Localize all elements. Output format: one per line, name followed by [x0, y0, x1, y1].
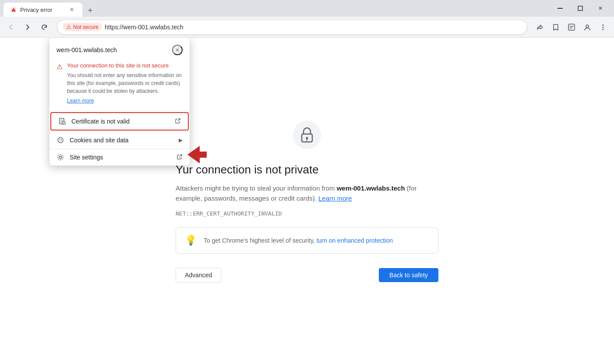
- popup-divider-1: [49, 111, 190, 111]
- popup-menu-site-settings[interactable]: Site settings: [49, 149, 190, 166]
- cookies-menu-label: Cookies and site data: [70, 137, 129, 144]
- certificate-menu-label: Certificate is not valid: [71, 118, 130, 125]
- close-button[interactable]: ✕: [590, 1, 610, 15]
- svg-rect-2: [558, 8, 563, 9]
- bookmark-button[interactable]: [548, 20, 563, 35]
- cookies-submenu-arrow-icon: ▶: [179, 137, 183, 143]
- active-tab[interactable]: ! Privacy error ✕: [4, 3, 82, 17]
- maximize-button[interactable]: [570, 1, 590, 15]
- tab-search-button[interactable]: [564, 20, 579, 35]
- address-bar[interactable]: ⚠ Not secure https://wem-001.wwlabs.tech: [57, 20, 527, 35]
- popup-panel: wem-001.wwlabs.tech × ⚠ Your connection …: [49, 38, 190, 166]
- popup-menu-settings-left: Site settings: [56, 153, 103, 161]
- security-tip-box: 💡 To get Chrome's highest level of secur…: [176, 227, 438, 254]
- new-tab-button[interactable]: +: [84, 4, 96, 17]
- certificate-icon: [58, 117, 66, 125]
- popup-warning-section: ⚠ Your connection to this site is not se…: [49, 59, 190, 111]
- enhanced-protection-link[interactable]: turn on enhanced protection: [317, 237, 393, 244]
- tab-favicon-icon: !: [11, 7, 17, 13]
- popup-site-title: wem-001.wwlabs.tech: [56, 46, 117, 53]
- popup-warning-icon: ⚠: [56, 63, 63, 71]
- lightbulb-icon: 💡: [185, 235, 197, 246]
- not-secure-badge[interactable]: ⚠ Not secure: [63, 23, 102, 31]
- settings-icon: [56, 153, 64, 161]
- svg-point-18: [59, 141, 59, 141]
- svg-point-20: [60, 156, 62, 159]
- minimize-button[interactable]: [550, 1, 570, 15]
- tab-title: Privacy error: [20, 7, 65, 13]
- popup-warn-title: Your connection to this site is not secu…: [67, 62, 183, 69]
- svg-rect-4: [568, 24, 575, 30]
- error-desc-prefix: Attackers might be trying to steal your …: [176, 184, 337, 192]
- popup-warn-content: Your connection to this site is not secu…: [67, 62, 183, 104]
- svg-point-19: [61, 141, 62, 141]
- svg-text:!: !: [13, 9, 14, 12]
- error-icon-area: [291, 119, 323, 152]
- content-area: Yur connection is not private Attackers …: [0, 38, 614, 364]
- more-menu-button[interactable]: [596, 20, 610, 35]
- svg-point-8: [603, 28, 604, 30]
- svg-point-6: [603, 24, 604, 25]
- address-bar-wrapper: ⚠ Not secure https://wem-001.wwlabs.tech: [57, 20, 527, 35]
- popup-header: wem-001.wwlabs.tech ×: [49, 38, 190, 59]
- error-learn-more-link[interactable]: Learn more: [318, 194, 352, 202]
- reload-button[interactable]: [37, 20, 52, 35]
- svg-point-5: [586, 25, 589, 28]
- forward-button[interactable]: [20, 20, 35, 35]
- popup-learn-more-link[interactable]: Learn more: [67, 98, 183, 104]
- popup-menu-certificate[interactable]: Certificate is not valid: [50, 112, 189, 131]
- error-buttons: Advanced Back to safety: [176, 268, 438, 283]
- svg-point-16: [61, 139, 62, 140]
- svg-point-17: [60, 141, 61, 141]
- site-settings-external-icon: [176, 154, 183, 161]
- red-annotation-arrow: [187, 146, 207, 163]
- back-to-safety-button[interactable]: Back to safety: [379, 268, 438, 282]
- not-secure-label: Not secure: [73, 24, 99, 30]
- popup-menu-cookies[interactable]: Cookies and site data ▶: [49, 132, 190, 148]
- popup-warn-text: You should not enter any sensitive infor…: [67, 71, 183, 95]
- advanced-button[interactable]: Advanced: [176, 268, 221, 283]
- error-description: Attackers might be trying to steal your …: [176, 184, 438, 203]
- popup-menu-cookies-left: Cookies and site data: [56, 136, 129, 144]
- svg-point-7: [603, 26, 604, 28]
- lock-error-icon: [291, 119, 323, 151]
- warning-icon: ⚠: [66, 24, 71, 30]
- svg-rect-3: [578, 6, 582, 11]
- cookies-icon: [56, 136, 64, 144]
- error-code: NET::ERR_CERT_AUTHORITY_INVALID: [176, 210, 438, 217]
- url-display: https://wem-001.wwlabs.tech: [105, 24, 522, 31]
- site-settings-menu-label: Site settings: [70, 154, 103, 161]
- tab-close-button[interactable]: ✕: [68, 6, 75, 13]
- security-tip-text: To get Chrome's highest level of securit…: [204, 237, 393, 244]
- title-bar: ! Privacy error ✕ + ✕: [0, 0, 614, 17]
- external-link-icon: [175, 118, 181, 125]
- svg-point-14: [58, 138, 63, 143]
- svg-point-15: [59, 139, 60, 140]
- error-title: Yur connection is not private: [176, 163, 438, 177]
- popup-close-button[interactable]: ×: [172, 45, 183, 55]
- back-button[interactable]: [4, 20, 18, 35]
- error-site-bold: wem-001.wwlabs.tech: [337, 184, 405, 192]
- tab-bar: ! Privacy error ✕ +: [4, 0, 550, 17]
- security-tip-prefix: To get Chrome's highest level of securit…: [204, 237, 317, 244]
- svg-point-9: [293, 121, 321, 149]
- error-title-text: ur connection is not private: [183, 163, 319, 176]
- share-button[interactable]: [533, 20, 547, 35]
- popup-menu-certificate-left: Certificate is not valid: [58, 117, 130, 125]
- window-controls: ✕: [550, 1, 610, 15]
- profile-button[interactable]: [580, 20, 595, 35]
- nav-bar: ⚠ Not secure https://wem-001.wwlabs.tech: [0, 17, 614, 38]
- nav-right-icons: [533, 20, 610, 35]
